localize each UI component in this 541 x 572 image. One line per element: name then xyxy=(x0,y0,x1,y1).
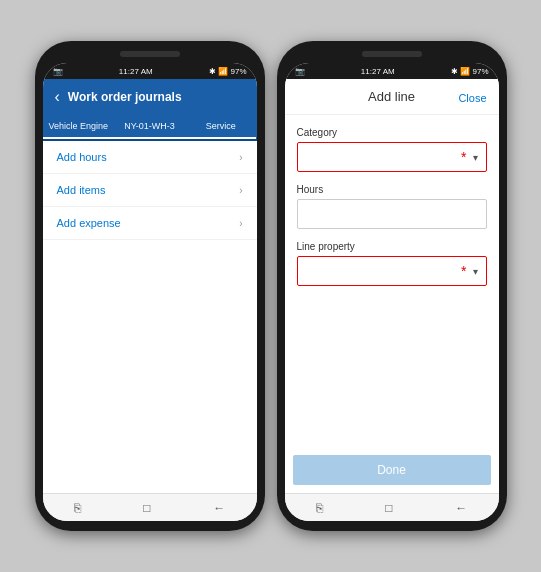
menu-item-add-hours[interactable]: Add hours › xyxy=(43,141,257,174)
chevron-right-icon: › xyxy=(239,152,242,163)
close-button[interactable]: Close xyxy=(458,92,486,104)
done-button[interactable]: Done xyxy=(293,455,491,485)
category-label: Category xyxy=(297,127,487,138)
right-status-time: 11:27 AM xyxy=(361,67,395,76)
hours-input[interactable] xyxy=(297,199,487,229)
right-status-left: 📷 xyxy=(295,67,305,76)
tab-service[interactable]: Service xyxy=(185,115,256,139)
right-status-icons: ✱ 📶 97% xyxy=(451,67,488,76)
right-bottom-nav: ⎘ □ ← xyxy=(285,493,499,521)
left-screen: 📷 11:27 AM ✱ 📶 97% ‹ Work order journals… xyxy=(43,63,257,521)
line-property-required-star: * xyxy=(461,263,466,279)
nav-back-icon[interactable]: ← xyxy=(213,501,225,515)
line-property-dropdown[interactable]: * ▾ xyxy=(297,256,487,286)
right-status-bar: 📷 11:27 AM ✱ 📶 97% xyxy=(285,63,499,79)
hours-label: Hours xyxy=(297,184,487,195)
left-status-bar: 📷 11:27 AM ✱ 📶 97% xyxy=(43,63,257,79)
line-property-chevron-icon: ▾ xyxy=(473,266,478,277)
nav-recent-icon[interactable]: ⎘ xyxy=(74,501,81,515)
signal-icon: ✱ 📶 97% xyxy=(209,67,246,76)
status-time: 11:27 AM xyxy=(119,67,153,76)
right-screen: 📷 11:27 AM ✱ 📶 97% Add line Close Catego… xyxy=(285,63,499,521)
right-signal-icon: ✱ 📶 97% xyxy=(451,67,488,76)
tab-vehicle-engine[interactable]: Vehicle Engine xyxy=(43,115,114,139)
right-nav-back-icon[interactable]: ← xyxy=(455,501,467,515)
left-page-title: Work order journals xyxy=(68,90,182,104)
category-dropdown[interactable]: * ▾ xyxy=(297,142,487,172)
category-chevron-icon: ▾ xyxy=(473,152,478,163)
back-button[interactable]: ‹ xyxy=(55,88,60,106)
form-content: Category * ▾ Hours Line property * ▾ xyxy=(285,115,499,447)
line-property-label: Line property xyxy=(297,241,487,252)
phone-notch-right xyxy=(362,51,422,57)
nav-home-icon[interactable]: □ xyxy=(143,501,150,515)
right-page-title: Add line xyxy=(368,89,415,104)
chevron-right-icon: › xyxy=(239,185,242,196)
chevron-right-icon: › xyxy=(239,218,242,229)
right-nav-home-icon[interactable]: □ xyxy=(385,501,392,515)
menu-list: Add hours › Add items › Add expense › xyxy=(43,141,257,493)
right-app-header: Add line Close xyxy=(285,79,499,115)
left-app-header: ‹ Work order journals xyxy=(43,79,257,115)
phone-notch xyxy=(120,51,180,57)
category-field: Category * ▾ xyxy=(297,127,487,172)
left-phone: 📷 11:27 AM ✱ 📶 97% ‹ Work order journals… xyxy=(35,41,265,531)
right-nav-recent-icon[interactable]: ⎘ xyxy=(316,501,323,515)
hours-field: Hours xyxy=(297,184,487,229)
status-right-icons: ✱ 📶 97% xyxy=(209,67,246,76)
left-bottom-nav: ⎘ □ ← xyxy=(43,493,257,521)
tab-bar: Vehicle Engine NY-01-WH-3 Service xyxy=(43,115,257,141)
menu-item-add-expense[interactable]: Add expense › xyxy=(43,207,257,240)
camera-icon: 📷 xyxy=(53,67,63,76)
tab-ny01wh3[interactable]: NY-01-WH-3 xyxy=(114,115,185,139)
done-button-area: Done xyxy=(285,447,499,493)
camera-icon-right: 📷 xyxy=(295,67,305,76)
category-required-star: * xyxy=(461,149,466,165)
status-left-icons: 📷 xyxy=(53,67,63,76)
right-phone: 📷 11:27 AM ✱ 📶 97% Add line Close Catego… xyxy=(277,41,507,531)
line-property-field: Line property * ▾ xyxy=(297,241,487,286)
menu-item-add-items[interactable]: Add items › xyxy=(43,174,257,207)
